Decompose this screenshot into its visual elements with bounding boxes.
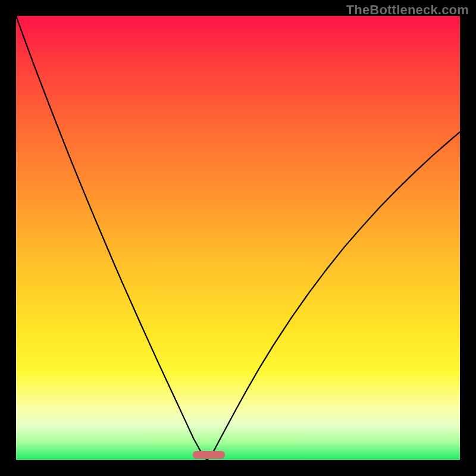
svg-rect-0 [16, 16, 460, 460]
plot-area [16, 16, 460, 460]
frame: TheBottleneck.com [0, 0, 476, 476]
background-gradient [16, 16, 460, 460]
minimum-marker [193, 451, 225, 459]
